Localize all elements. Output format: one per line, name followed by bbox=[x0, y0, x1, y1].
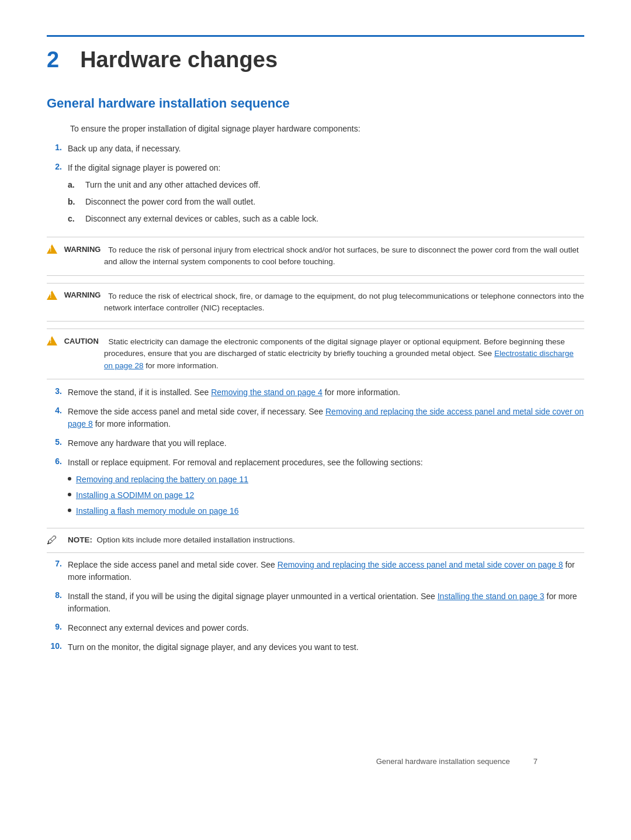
step-9-content: Reconnect any external devices and power… bbox=[68, 622, 584, 634]
bullet-item-1: Removing and replacing the battery on pa… bbox=[68, 473, 584, 486]
caution-label: CAUTION bbox=[64, 337, 99, 345]
step-10-content: Turn on the monitor, the digital signage… bbox=[68, 641, 584, 654]
step-3-content: Remove the stand, if it is installed. Se… bbox=[68, 386, 584, 399]
bullet-link-3[interactable]: Installing a flash memory module on page… bbox=[76, 505, 239, 517]
triangle-icon-1 bbox=[47, 244, 57, 254]
step-3-link[interactable]: Removing the stand on page 4 bbox=[211, 388, 323, 397]
step-5-content: Remove any hardware that you will replac… bbox=[68, 437, 584, 450]
caution-text: Static electricity can damage the electr… bbox=[104, 336, 584, 372]
intro-text: To ensure the proper installation of dig… bbox=[70, 124, 584, 133]
step-2-number: 2. bbox=[47, 162, 62, 171]
step-5: 5. Remove any hardware that you will rep… bbox=[47, 437, 584, 450]
step-8-content: Install the stand, if you will be using … bbox=[68, 590, 584, 615]
step-3: 3. Remove the stand, if it is installed.… bbox=[47, 386, 584, 399]
steps-list-3: 7. Replace the side access panel and met… bbox=[47, 559, 584, 654]
footer: General hardware installation sequence 7 bbox=[376, 757, 538, 766]
warning-icon-2: WARNING bbox=[47, 291, 99, 300]
section-title: General hardware installation sequence bbox=[47, 96, 584, 113]
sub-item-b: b. Disconnect the power cord from the wa… bbox=[68, 196, 584, 208]
bullet-dot-3 bbox=[68, 509, 71, 512]
warning-box-1: WARNING To reduce the risk of personal i… bbox=[47, 237, 584, 276]
step-7-link[interactable]: Removing and replacing the side access p… bbox=[278, 560, 563, 569]
warning-label-2: WARNING bbox=[64, 291, 101, 299]
caution-triangle-icon bbox=[47, 336, 57, 345]
step-6-content: Install or replace equipment. For remova… bbox=[68, 457, 584, 521]
step-4-number: 4. bbox=[47, 406, 62, 415]
chapter-header: 2 Hardware changes bbox=[47, 35, 584, 72]
sub-list-2: a. Turn the unit and any other attached … bbox=[68, 179, 584, 225]
step-8-number: 8. bbox=[47, 590, 62, 600]
chapter-number: 2 bbox=[47, 47, 59, 72]
note-box: 🖊 NOTE: Option kits include more detaile… bbox=[47, 528, 584, 553]
bullet-link-2[interactable]: Installing a SODIMM on page 12 bbox=[76, 489, 194, 502]
step-10-number: 10. bbox=[47, 641, 62, 651]
step-4: 4. Remove the side access panel and meta… bbox=[47, 406, 584, 430]
sub-item-a: a. Turn the unit and any other attached … bbox=[68, 179, 584, 191]
sub-item-c: c. Disconnect any external devices or ca… bbox=[68, 213, 584, 225]
note-label: NOTE: bbox=[68, 535, 92, 544]
caution-box: CAUTION Static electricity can damage th… bbox=[47, 329, 584, 379]
step-8-link[interactable]: Installing the stand on page 3 bbox=[438, 592, 545, 601]
bullet-item-2: Installing a SODIMM on page 12 bbox=[68, 489, 584, 502]
chapter-title: Hardware changes bbox=[80, 47, 278, 72]
bullet-dot-2 bbox=[68, 493, 71, 496]
step-2-content: If the digital signage player is powered… bbox=[68, 162, 584, 230]
step-1-content: Back up any data, if necessary. bbox=[68, 143, 584, 155]
step-9: 9. Reconnect any external devices and po… bbox=[47, 622, 584, 634]
step-1-number: 1. bbox=[47, 143, 62, 152]
footer-page-number: 7 bbox=[533, 757, 538, 766]
steps-list-2: 3. Remove the stand, if it is installed.… bbox=[47, 386, 584, 521]
bullet-list-6: Removing and replacing the battery on pa… bbox=[68, 473, 584, 517]
step-6-number: 6. bbox=[47, 457, 62, 466]
warning-box-2: WARNING To reduce the risk of electrical… bbox=[47, 283, 584, 322]
step-10: 10. Turn on the monitor, the digital sig… bbox=[47, 641, 584, 654]
step-5-number: 5. bbox=[47, 437, 62, 447]
triangle-icon-2 bbox=[47, 291, 57, 300]
warning-text-2: To reduce the risk of electrical shock, … bbox=[104, 291, 584, 314]
step-7-number: 7. bbox=[47, 559, 62, 568]
bullet-item-3: Installing a flash memory module on page… bbox=[68, 505, 584, 517]
step-4-content: Remove the side access panel and metal s… bbox=[68, 406, 584, 430]
note-icon: 🖊 bbox=[47, 534, 63, 547]
step-7: 7. Replace the side access panel and met… bbox=[47, 559, 584, 583]
step-8: 8. Install the stand, if you will be usi… bbox=[47, 590, 584, 615]
bullet-link-1[interactable]: Removing and replacing the battery on pa… bbox=[76, 473, 248, 486]
note-text: NOTE: Option kits include more detailed … bbox=[68, 534, 295, 546]
footer-section-label: General hardware installation sequence bbox=[376, 757, 510, 766]
bullet-dot-1 bbox=[68, 477, 71, 481]
step-3-number: 3. bbox=[47, 386, 62, 396]
step-2: 2. If the digital signage player is powe… bbox=[47, 162, 584, 230]
caution-icon-wrapper: CAUTION bbox=[47, 336, 99, 345]
warning-text-1: To reduce the risk of personal injury fr… bbox=[104, 244, 584, 268]
warning-label-1: WARNING bbox=[64, 245, 101, 254]
steps-list: 1. Back up any data, if necessary. 2. If… bbox=[47, 143, 584, 230]
step-9-number: 9. bbox=[47, 622, 62, 631]
warning-icon-1: WARNING bbox=[47, 244, 99, 254]
step-6: 6. Install or replace equipment. For rem… bbox=[47, 457, 584, 521]
step-1: 1. Back up any data, if necessary. bbox=[47, 143, 584, 155]
step-7-content: Replace the side access panel and metal … bbox=[68, 559, 584, 583]
